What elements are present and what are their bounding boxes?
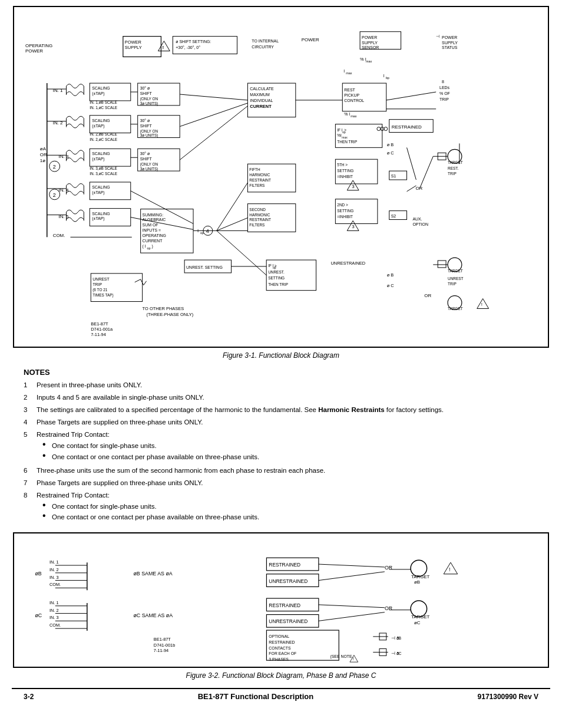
svg-point-118 [384, 127, 388, 131]
svg-text:SECOND: SECOND [249, 207, 266, 212]
svg-text:INDIVIDUAL: INDIVIDUAL [250, 98, 273, 103]
svg-text:TRIP: TRIP [92, 282, 102, 286]
footer-page-number: 3-2 [24, 693, 34, 701]
note-num-5: 5 [24, 430, 37, 439]
svg-line-205 [180, 94, 247, 100]
note-8-sub-2: • One contact or one contact per phase a… [42, 512, 538, 522]
svg-text:%I: %I [337, 133, 342, 137]
note-text-1: Present in three-phase units ONLY. [37, 380, 538, 390]
svg-text:max: max [342, 136, 348, 139]
note-8-sub-text-1: One contact for single-phase units. [52, 502, 157, 511]
svg-text:SHIFT: SHIFT [140, 91, 153, 95]
svg-text:SETTING: SETTING [268, 276, 285, 280]
svg-text:SUMMING:: SUMMING: [143, 213, 164, 217]
svg-text:=INHIBIT: =INHIBIT [337, 174, 353, 179]
svg-text:TARGET: TARGET [448, 269, 463, 273]
svg-text:bp: bp [386, 76, 389, 80]
svg-marker-178 [477, 299, 489, 309]
svg-text:30° ø: 30° ø [140, 86, 150, 90]
svg-line-285 [319, 612, 385, 621]
svg-text:30° ø: 30° ø [140, 151, 150, 156]
svg-text:POWER: POWER [25, 48, 43, 54]
svg-text:AUX.: AUX. [412, 217, 422, 221]
svg-text:IN. 1: IN. 1 [53, 88, 63, 93]
svg-text:FILTERS: FILTERS [249, 223, 265, 227]
svg-text:(ONLY ON: (ONLY ON [140, 97, 158, 101]
note-6: 6 Three-phase units use the sum of the s… [24, 466, 538, 475]
svg-text:(ONLY ON: (ONLY ON [140, 129, 158, 134]
svg-text:IN. 1: IN. 1 [49, 559, 59, 565]
svg-text:8: 8 [442, 80, 444, 84]
svg-text:SHIFT: SHIFT [140, 157, 153, 161]
svg-text:IN. 2: IN. 2 [49, 608, 59, 613]
note-num-4: 4 [24, 417, 37, 427]
svg-text:2: 2 [53, 192, 56, 198]
svg-text:FOR EACH OF: FOR EACH OF [269, 651, 296, 655]
note-text-6: Three-phase units use the sum of the sec… [37, 466, 538, 475]
svg-text:IN. 3: IN. 3 [49, 615, 59, 621]
note-2: 2 Inputs 4 and 5 are available in single… [24, 393, 538, 402]
svg-text:RESTRAINED: RESTRAINED [392, 124, 422, 130]
svg-text:op: op [147, 246, 151, 250]
note-7: 7 Phase Targets are supplied on three-ph… [24, 478, 538, 487]
svg-text:≥: ≥ [275, 263, 277, 268]
svg-text:POWER: POWER [125, 39, 142, 45]
note-num-3: 3 [24, 405, 37, 414]
svg-text:ø B: ø B [387, 142, 394, 147]
notes-list: 1 Present in three-phase units ONLY. 2 I… [24, 380, 538, 523]
svg-text:IN. 2: IN. 2 [53, 120, 63, 126]
footer-title: BE1-87T Functional Description [198, 692, 313, 701]
svg-text:>: > [344, 128, 346, 132]
svg-text:(SEE NOTE: (SEE NOTE [330, 654, 352, 659]
svg-text:PICKUP: PICKUP [344, 93, 359, 97]
svg-text:I: I [384, 74, 385, 78]
page-container: OPERATING POWER POWER SUPPLY ! ø SHIFT S… [0, 0, 562, 707]
svg-text:2: 2 [53, 164, 56, 170]
svg-text:IN. 1: IN. 1 [49, 600, 59, 605]
svg-text:TARGET: TARGET [448, 307, 463, 311]
svg-line-281 [319, 564, 385, 567]
svg-text:øB: øB [35, 571, 41, 577]
svg-text:FILTERS: FILTERS [249, 183, 265, 187]
svg-text:OPERATING: OPERATING [143, 233, 166, 238]
note-num-7: 7 [24, 478, 37, 487]
svg-text:IN. 3: IN. 3 [49, 575, 59, 580]
svg-text:max: max [366, 60, 372, 63]
svg-line-212 [217, 183, 248, 230]
svg-text:!: ! [162, 45, 164, 51]
svg-text:(±TAP): (±TAP) [92, 124, 104, 129]
note-5-sub-1: • One contact for single-phase units. [42, 441, 538, 450]
svg-text:max: max [346, 71, 352, 75]
svg-text:IN. 2,øC SCALE: IN. 2,øC SCALE [90, 137, 118, 141]
svg-text:THEN TRIP: THEN TRIP [337, 140, 357, 144]
note-5-sub-2: • One contact or one contact per phase a… [42, 452, 538, 462]
svg-line-214 [217, 230, 266, 275]
svg-text:ø B: ø B [387, 272, 394, 278]
svg-marker-5 [158, 41, 170, 51]
bullet-dot: • [42, 500, 52, 510]
svg-text:RESTRAINED: RESTRAINED [269, 640, 295, 644]
svg-text:POWER: POWER [302, 37, 319, 42]
svg-text:1ø: 1ø [40, 158, 45, 163]
bullet-dot: • [42, 511, 52, 521]
svg-text:ALGEBRAIC: ALGEBRAIC [143, 218, 166, 222]
bullet-dot: • [42, 440, 52, 449]
svg-text:RESTRAINT: RESTRAINT [249, 218, 271, 222]
svg-text:OR: OR [40, 152, 47, 157]
svg-line-223 [419, 156, 433, 189]
svg-line-282 [319, 572, 385, 581]
note-5-sub-text-2: One contact or one contact per phase ava… [52, 452, 259, 462]
svg-text:D741-001a: D741-001a [91, 327, 113, 332]
svg-line-284 [319, 605, 385, 608]
figure2-caption: Figure 3-2. Functional Block Diagram, Ph… [12, 671, 550, 680]
svg-text:UNRESTRAINED: UNRESTRAINED [269, 618, 308, 624]
svg-text:COM.: COM. [49, 622, 61, 628]
svg-text:CURRENT: CURRENT [143, 239, 163, 243]
svg-text:TO INTERNAL: TO INTERNAL [252, 39, 279, 43]
svg-text:(ONLY ON: (ONLY ON [140, 162, 158, 167]
svg-text:D741-001b: D741-001b [154, 643, 175, 648]
svg-text:SCALING: SCALING [92, 185, 110, 189]
svg-rect-220 [438, 261, 446, 268]
svg-text:3: 3 [352, 184, 355, 189]
svg-text:CALCULATE: CALCULATE [250, 87, 274, 91]
